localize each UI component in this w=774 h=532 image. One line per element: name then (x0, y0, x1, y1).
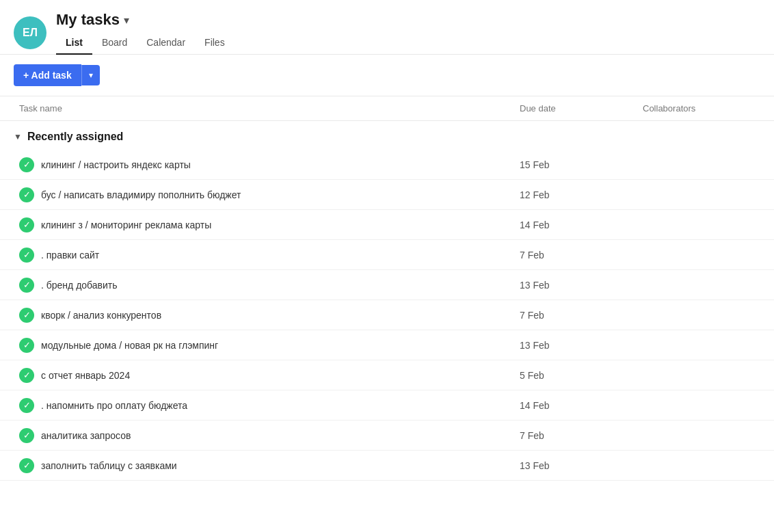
task-due-date: 15 Feb (514, 152, 637, 177)
task-due-date: 14 Feb (514, 213, 637, 237)
task-collaborators-cell (637, 188, 760, 202)
task-collaborators-cell (637, 429, 760, 442)
task-name-text: клининг з / мониторинг реклама карты (41, 220, 211, 230)
tab-board[interactable]: Board (92, 31, 137, 55)
section-title: Recently assigned (27, 131, 124, 143)
task-name-text: модульные дома / новая рк на глэмпинг (41, 340, 218, 351)
task-name-cell: ✓ . правки сайт (14, 241, 514, 269)
task-complete-icon[interactable]: ✓ (19, 338, 34, 353)
header-right: My tasks ▾ List Board Calendar Files (56, 11, 235, 54)
table-row[interactable]: ✓ с отчет январь 20245 Feb (0, 360, 774, 390)
app-header: ЕЛ My tasks ▾ List Board Calendar Files (0, 0, 774, 55)
task-name-text: клининг / настроить яндекс карты (41, 159, 191, 170)
table-row[interactable]: ✓кворк / анализ конкурентов7 Feb (0, 300, 774, 330)
collapse-section-icon[interactable]: ▼ (14, 132, 22, 142)
title-row: My tasks ▾ (56, 11, 235, 29)
task-name-text: аналитика запросов (41, 430, 131, 441)
task-complete-icon[interactable]: ✓ (19, 157, 34, 172)
task-due-date: 7 Feb (514, 243, 637, 267)
col-task-name: Task name (14, 96, 514, 120)
task-complete-icon[interactable]: ✓ (19, 368, 34, 383)
toolbar: + Add task ▾ (0, 55, 774, 96)
task-name-text: с отчет январь 2024 (41, 370, 130, 381)
col-collaborators: Collaborators (637, 96, 760, 120)
task-due-date: 13 Feb (514, 273, 637, 297)
task-complete-icon[interactable]: ✓ (19, 458, 34, 473)
task-complete-icon[interactable]: ✓ (19, 187, 34, 202)
tab-list[interactable]: List (56, 31, 92, 55)
table-row[interactable]: ✓ . бренд добавить13 Feb (0, 270, 774, 300)
task-collaborators-cell (637, 278, 760, 292)
task-name-cell: ✓ аналитика запросов (14, 421, 514, 450)
table-row[interactable]: ✓ бус / написать владимиру пополнить бюд… (0, 180, 774, 210)
task-due-date: 13 Feb (514, 333, 637, 358)
col-due-date: Due date (514, 96, 637, 120)
task-collaborators-cell (637, 308, 760, 322)
avatar: ЕЛ (14, 16, 46, 49)
task-name-text: заполнить таблицу с заявками (41, 460, 177, 471)
page-title: My tasks (56, 11, 120, 29)
table-row[interactable]: ✓модульные дома / новая рк на глэмпинг13… (0, 330, 774, 360)
task-complete-icon[interactable]: ✓ (19, 308, 34, 323)
task-complete-icon[interactable]: ✓ (19, 248, 34, 263)
add-task-dropdown-button[interactable]: ▾ (81, 65, 100, 85)
task-name-cell: ✓ . бренд добавить (14, 271, 514, 300)
task-name-cell: ✓клининг з / мониторинг реклама карты (14, 211, 514, 239)
task-name-text: кворк / анализ конкурентов (41, 310, 161, 321)
task-due-date: 14 Feb (514, 393, 637, 418)
task-name-cell: ✓ с отчет январь 2024 (14, 361, 514, 390)
task-collaborators-cell (637, 218, 760, 232)
table-row[interactable]: ✓заполнить таблицу с заявками13 Feb (0, 451, 774, 481)
section-header: ▼ Recently assigned (0, 121, 774, 150)
task-due-date: 7 Feb (514, 423, 637, 448)
task-name-cell: ✓заполнить таблицу с заявками (14, 451, 514, 480)
dropdown-chevron-icon: ▾ (89, 70, 93, 80)
task-collaborators-cell (637, 459, 760, 473)
task-collaborators-cell (637, 369, 760, 382)
task-name-cell: ✓клининг / настроить яндекс карты (14, 150, 514, 179)
task-collaborators-cell (637, 399, 760, 412)
table-row[interactable]: ✓клининг / настроить яндекс карты15 Feb (0, 150, 774, 180)
task-collaborators-cell (637, 158, 760, 172)
section-recently-assigned: ▼ Recently assigned ✓клининг / настроить… (0, 121, 774, 481)
task-collaborators-cell (637, 338, 760, 352)
task-complete-icon[interactable]: ✓ (19, 278, 34, 293)
task-name-text: . напомнить про оплату бюджета (41, 400, 187, 411)
task-complete-icon[interactable]: ✓ (19, 217, 34, 232)
table-row[interactable]: ✓ . напомнить про оплату бюджета14 Feb (0, 390, 774, 421)
title-chevron-icon[interactable]: ▾ (124, 14, 129, 27)
task-due-date: 5 Feb (514, 363, 637, 388)
task-name-text: бус / написать владимиру пополнить бюдже… (41, 189, 241, 200)
tab-files[interactable]: Files (195, 31, 235, 55)
task-list: ✓клининг / настроить яндекс карты15 Feb✓… (0, 150, 774, 481)
task-due-date: 13 Feb (514, 453, 637, 478)
add-task-button[interactable]: + Add task (14, 64, 81, 86)
tab-calendar[interactable]: Calendar (137, 31, 195, 55)
task-name-text: . правки сайт (41, 250, 99, 261)
task-due-date: 7 Feb (514, 303, 637, 328)
task-complete-icon[interactable]: ✓ (19, 428, 34, 443)
task-name-cell: ✓ . напомнить про оплату бюджета (14, 391, 514, 420)
task-name-cell: ✓ бус / написать владимиру пополнить бюд… (14, 181, 514, 209)
table-row[interactable]: ✓клининг з / мониторинг реклама карты14 … (0, 210, 774, 240)
tabs-bar: List Board Calendar Files (56, 31, 235, 54)
table-header: Task name Due date Collaborators (0, 96, 774, 121)
table-row[interactable]: ✓ аналитика запросов7 Feb (0, 421, 774, 451)
add-task-btn-group: + Add task ▾ (14, 64, 760, 86)
task-collaborators-cell (637, 248, 760, 262)
task-name-text: . бренд добавить (41, 280, 118, 291)
task-due-date: 12 Feb (514, 183, 637, 207)
task-name-cell: ✓кворк / анализ конкурентов (14, 301, 514, 330)
task-complete-icon[interactable]: ✓ (19, 398, 34, 413)
task-name-cell: ✓модульные дома / новая рк на глэмпинг (14, 331, 514, 360)
table-row[interactable]: ✓ . правки сайт7 Feb (0, 240, 774, 270)
